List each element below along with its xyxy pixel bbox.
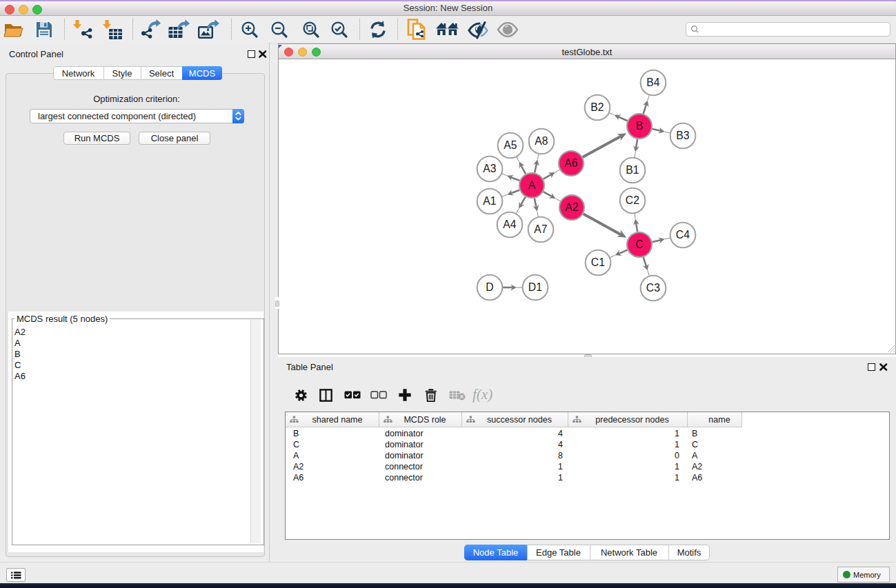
svg-text:A6: A6 [564, 157, 578, 169]
svg-text:A4: A4 [503, 219, 517, 230]
svg-text:C4: C4 [676, 229, 690, 241]
svg-text:B: B [636, 120, 644, 132]
svg-text:A: A [528, 179, 536, 191]
svg-text:C: C [635, 239, 644, 250]
svg-text:D1: D1 [528, 281, 542, 293]
svg-text:A7: A7 [534, 223, 548, 235]
svg-text:A1: A1 [483, 195, 497, 207]
svg-text:A8: A8 [535, 135, 548, 147]
svg-text:B4: B4 [646, 77, 660, 88]
svg-text:C3: C3 [646, 282, 661, 294]
svg-text:B3: B3 [676, 130, 690, 141]
svg-text:B1: B1 [626, 164, 639, 176]
svg-text:A2: A2 [565, 201, 579, 213]
svg-text:C1: C1 [591, 256, 605, 268]
svg-text:C2: C2 [626, 194, 639, 206]
svg-text:B2: B2 [590, 101, 604, 113]
svg-text:D: D [486, 281, 494, 293]
svg-text:A3: A3 [483, 163, 497, 174]
svg-text:A5: A5 [504, 139, 517, 151]
